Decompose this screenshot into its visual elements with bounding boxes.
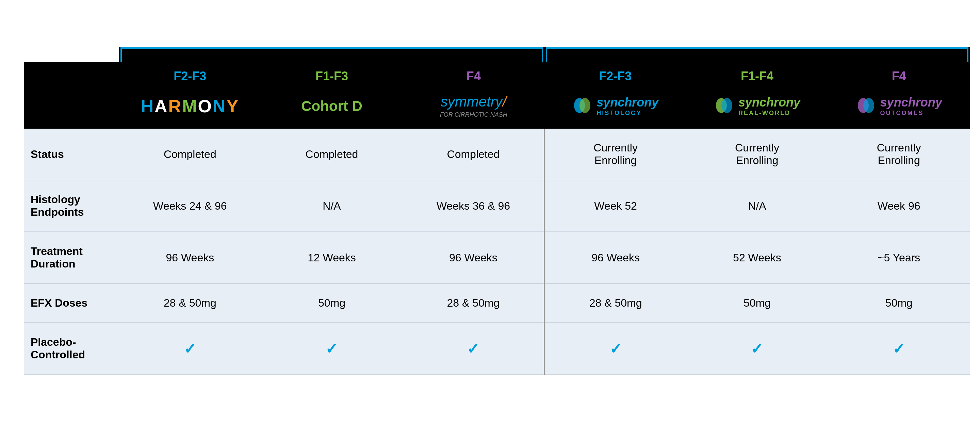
sync-realworld-icon [714,96,734,116]
stage-cohortd: F1-F3 [261,62,403,87]
cell-2-2: 96 Weeks [402,232,544,283]
cell-4-0: ✓ [119,323,261,374]
logo-sync-realworld: synchrony REAL-WORLD [686,87,828,129]
stage-sync-rw: F1-F4 [686,62,828,87]
cell-2-5: ~5 Years [828,232,970,283]
row-label-0: Status [24,129,119,180]
svg-point-1 [579,98,590,113]
logo-cohortd: Cohort D [261,87,403,129]
logo-harmony: HARMONY [119,87,261,129]
row-label-1: Histology Endpoints [24,180,119,232]
sync-histology-icon [572,96,592,116]
cell-1-2: Weeks 36 & 96 [402,180,544,232]
checkmark-icon: ✓ [325,340,338,357]
cell-0-5: CurrentlyEnrolling [828,129,970,180]
cell-0-4: CurrentlyEnrolling [686,129,828,180]
cell-2-3: 96 Weeks [544,232,686,283]
data-row-3: EFX Doses28 & 50mg50mg28 & 50mg28 & 50mg… [24,283,970,323]
stage-sync-hist: F2-F3 [544,62,686,87]
checkmark-icon: ✓ [892,340,905,357]
stage-symmetry: F4 [402,62,544,87]
logo-sync-outcomes: synchrony OUTCOMES [828,87,970,129]
cell-1-4: N/A [686,180,828,232]
cell-1-3: Week 52 [544,180,686,232]
data-row-2: Treatment Duration96 Weeks12 Weeks96 Wee… [24,232,970,283]
cell-3-1: 50mg [261,283,403,323]
data-table-body: StatusCompletedCompletedCompletedCurrent… [24,129,970,374]
svg-point-3 [721,98,732,113]
cell-4-4: ✓ [686,323,828,374]
row-label-3: EFX Doses [24,283,119,323]
cell-4-3: ✓ [544,323,686,374]
data-row-1: Histology EndpointsWeeks 24 & 96N/AWeeks… [24,180,970,232]
cell-2-0: 96 Weeks [119,232,261,283]
cell-3-5: 50mg [828,283,970,323]
cell-3-0: 28 & 50mg [119,283,261,323]
row-label-4: Placebo-Controlled [24,323,119,374]
cell-1-0: Weeks 24 & 96 [119,180,261,232]
cell-3-3: 28 & 50mg [544,283,686,323]
cell-0-3: CurrentlyEnrolling [544,129,686,180]
logo-symmetry: symmetry/ FOR CIRRHOTIC NASH [402,87,544,129]
row-label-2: Treatment Duration [24,232,119,283]
checkmark-icon: ✓ [609,340,622,357]
cell-1-1: N/A [261,180,403,232]
cell-4-2: ✓ [402,323,544,374]
checkmark-icon: ✓ [751,340,763,357]
cell-0-2: Completed [402,129,544,180]
sync-outcomes-icon [856,96,876,116]
data-row-4: Placebo-Controlled✓✓✓✓✓✓ [24,323,970,374]
bracket-row [24,47,970,62]
cell-2-4: 52 Weeks [686,232,828,283]
svg-point-5 [863,98,874,113]
stage-harmony: F2-F3 [119,62,261,87]
cell-0-1: Completed [261,129,403,180]
comparison-table-container: F2-F3 F1-F3 F4 F2-F3 F1-F4 F4 [17,34,963,388]
checkmark-icon: ✓ [467,340,479,357]
logo-sync-histology: synchrony HISTOLOGY [544,87,686,129]
stage-sync-out: F4 [828,62,970,87]
cell-4-1: ✓ [261,323,403,374]
checkmark-icon: ✓ [184,340,196,357]
cell-3-2: 28 & 50mg [402,283,544,323]
cell-1-5: Week 96 [828,180,970,232]
cell-4-5: ✓ [828,323,970,374]
data-row-0: StatusCompletedCompletedCompletedCurrent… [24,129,970,180]
stage-row: F2-F3 F1-F3 F4 F2-F3 F1-F4 F4 [24,62,970,87]
cell-2-1: 12 Weeks [261,232,403,283]
logo-row: HARMONY Cohort D symmetry/ FOR CIRRHOTIC… [24,87,970,129]
cell-0-0: Completed [119,129,261,180]
cell-3-4: 50mg [686,283,828,323]
